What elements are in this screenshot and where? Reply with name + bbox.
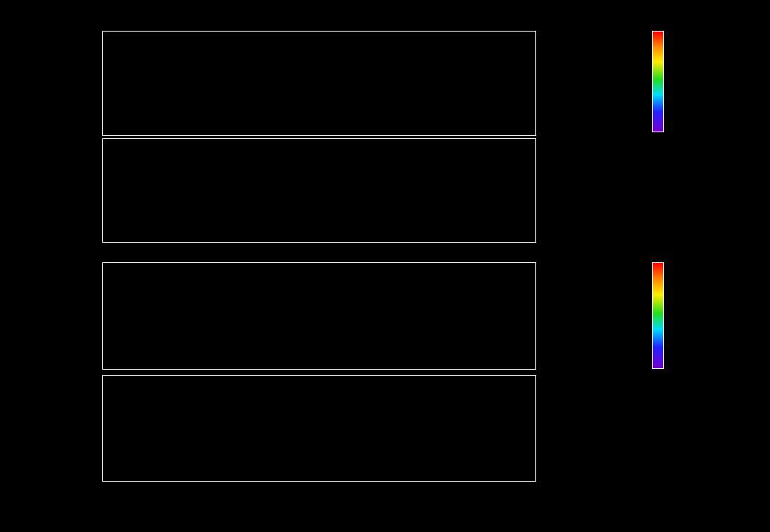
els-colorbar bbox=[653, 32, 663, 131]
els-spectrogram-canvas bbox=[103, 32, 535, 135]
ima-colorbar bbox=[653, 263, 663, 368]
ima-left-axis-label bbox=[63, 263, 65, 369]
orbit-line-panel bbox=[103, 376, 535, 481]
mag-right-axis-label bbox=[600, 139, 605, 242]
vex-quicklook-figure bbox=[0, 0, 770, 532]
ima-spectrogram-panel bbox=[103, 263, 535, 369]
orbit-line-canvas bbox=[103, 376, 535, 481]
els-spectrogram-panel bbox=[103, 32, 535, 135]
orbit-left-axis-label bbox=[20, 376, 24, 481]
ima-spectrogram-canvas bbox=[103, 263, 535, 369]
els-right-axis-label bbox=[593, 32, 599, 135]
els-left-axis-label bbox=[63, 32, 65, 135]
mag-left-axis-label bbox=[26, 139, 32, 242]
mag-line-canvas bbox=[103, 139, 535, 242]
mag-line-panel bbox=[103, 139, 535, 242]
ima-right-axis-label bbox=[596, 263, 600, 369]
orbit-right-axis-label bbox=[599, 376, 603, 481]
